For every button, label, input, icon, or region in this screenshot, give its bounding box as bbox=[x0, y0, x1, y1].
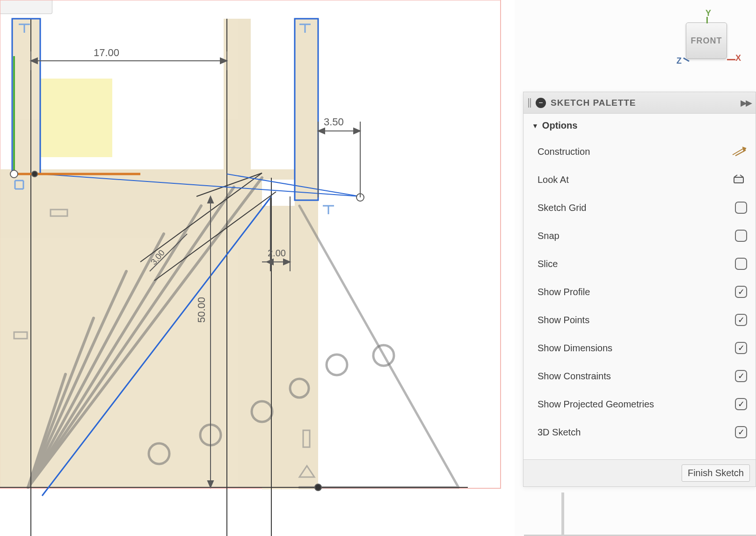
checkbox[interactable]: ✓ bbox=[735, 202, 747, 214]
svg-point-42 bbox=[315, 484, 321, 491]
svg-point-21 bbox=[327, 355, 347, 375]
look-at-icon[interactable] bbox=[731, 174, 747, 186]
option-label: Slice bbox=[538, 259, 558, 269]
sketch-palette-panel: − SKETCH PALETTE ▶▶ ▼ Options Constructi… bbox=[523, 92, 756, 487]
dimension-2[interactable]: 2.00 bbox=[268, 248, 286, 259]
expand-arrows-icon[interactable]: ▶▶ bbox=[741, 98, 751, 108]
checkbox[interactable]: ✓ bbox=[735, 370, 747, 382]
option-construction[interactable]: Construction bbox=[538, 138, 747, 166]
svg-marker-51 bbox=[354, 128, 360, 134]
option-look-at[interactable]: Look At bbox=[538, 166, 747, 194]
checkbox[interactable]: ✓ bbox=[735, 398, 747, 410]
checkbox[interactable]: ✓ bbox=[735, 342, 747, 354]
axis-z-label: Z bbox=[676, 56, 682, 66]
option-snap[interactable]: Snap ✓ bbox=[538, 222, 747, 250]
option-label: Snap bbox=[538, 231, 560, 241]
viewcube[interactable]: FRONT Y X Z bbox=[662, 8, 737, 74]
option-slice[interactable]: Slice ✓ bbox=[538, 250, 747, 278]
option-label: Look At bbox=[538, 174, 569, 185]
checkbox[interactable]: ✓ bbox=[735, 286, 747, 298]
svg-marker-2 bbox=[0, 169, 262, 487]
option-show-profile[interactable]: Show Profile ✓ bbox=[538, 278, 747, 306]
svg-rect-5 bbox=[224, 19, 251, 173]
dimension-3p5[interactable]: 3.50 bbox=[324, 116, 344, 128]
axis-x-label: X bbox=[735, 53, 741, 63]
drag-grip-icon[interactable] bbox=[528, 98, 531, 108]
checkbox[interactable]: ✓ bbox=[735, 426, 747, 438]
option-3d-sketch[interactable]: 3D Sketch ✓ bbox=[538, 418, 747, 446]
svg-marker-50 bbox=[318, 128, 325, 134]
palette-title: SKETCH PALETTE bbox=[551, 98, 736, 108]
option-sketch-grid[interactable]: Sketch Grid ✓ bbox=[538, 194, 747, 222]
svg-rect-4 bbox=[12, 19, 40, 173]
palette-header[interactable]: − SKETCH PALETTE ▶▶ bbox=[523, 92, 756, 114]
axis-y-label: Y bbox=[705, 8, 711, 18]
option-show-dimensions[interactable]: Show Dimensions ✓ bbox=[538, 334, 747, 362]
options-section-header[interactable]: ▼ Options bbox=[523, 114, 756, 136]
sketch-svg bbox=[0, 0, 515, 536]
svg-point-43 bbox=[32, 171, 37, 177]
construction-icon[interactable] bbox=[731, 145, 747, 158]
option-label: Show Points bbox=[538, 315, 589, 326]
option-label: Show Projected Geometries bbox=[538, 399, 654, 410]
finish-sketch-button[interactable]: Finish Sketch bbox=[682, 464, 750, 482]
option-label: Construction bbox=[538, 146, 590, 157]
footer-stub bbox=[561, 493, 564, 535]
option-label: Sketch Grid bbox=[538, 203, 586, 213]
dimension-17[interactable]: 17.00 bbox=[94, 47, 119, 59]
sketch-canvas[interactable]: 17.00 3.50 2.00 50.00 3.00 bbox=[0, 0, 515, 536]
options-section-label: Options bbox=[542, 120, 578, 131]
disclosure-triangle-icon: ▼ bbox=[532, 122, 538, 130]
option-label: Show Constraints bbox=[538, 371, 611, 382]
checkbox[interactable]: ✓ bbox=[735, 230, 747, 242]
options-list: Construction Look At Sketch Grid ✓ Snap … bbox=[523, 136, 756, 459]
collapse-icon[interactable]: − bbox=[536, 98, 546, 108]
palette-footer: Finish Sketch bbox=[523, 459, 756, 486]
viewcube-face-front[interactable]: FRONT bbox=[686, 22, 727, 59]
dimension-50[interactable]: 50.00 bbox=[196, 297, 208, 323]
checkbox[interactable]: ✓ bbox=[735, 314, 747, 326]
option-show-points[interactable]: Show Points ✓ bbox=[538, 306, 747, 334]
checkbox[interactable]: ✓ bbox=[735, 258, 747, 270]
svg-rect-6 bbox=[295, 19, 318, 489]
svg-rect-66 bbox=[734, 177, 743, 183]
option-label: Show Dimensions bbox=[538, 343, 612, 354]
option-label: 3D Sketch bbox=[538, 427, 581, 438]
option-show-projected-geometries[interactable]: Show Projected Geometries ✓ bbox=[538, 390, 747, 418]
option-show-constraints[interactable]: Show Constraints ✓ bbox=[538, 362, 747, 390]
option-label: Show Profile bbox=[538, 287, 590, 297]
svg-point-40 bbox=[10, 170, 18, 178]
svg-rect-1 bbox=[40, 79, 112, 157]
